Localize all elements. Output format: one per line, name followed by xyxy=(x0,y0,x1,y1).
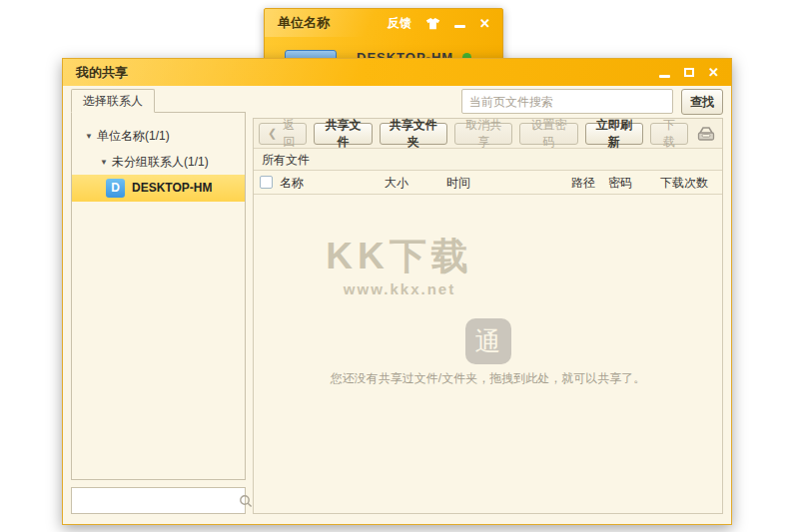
column-path[interactable]: 路径 xyxy=(571,171,595,195)
download-button[interactable]: 下载 xyxy=(650,123,688,145)
file-toolbar: ❮ 返回 共享文件 共享文件夹 取消共享 设置密码 立即刷新 下载 xyxy=(254,119,722,149)
file-list-drop-zone[interactable]: 通 您还没有共享过文件/文件夹，拖拽到此处，就可以共享了。 xyxy=(254,195,722,513)
feedback-link[interactable]: 反馈 xyxy=(388,15,411,32)
close-button[interactable]: ✕ xyxy=(708,66,719,79)
set-password-button[interactable]: 设置密码 xyxy=(519,123,577,145)
chevron-left-icon: ❮ xyxy=(268,128,277,139)
sidebar-search-box xyxy=(71,487,246,514)
tree-item-ungrouped[interactable]: ▼ 未分组联系人(1/1) xyxy=(72,149,245,175)
minimize-button[interactable] xyxy=(659,75,670,78)
tree-item-label: DESKTOP-HM xyxy=(132,175,212,202)
minimize-button[interactable] xyxy=(454,25,465,28)
window-title: 我的共享 xyxy=(63,64,128,82)
cancel-share-button[interactable]: 取消共享 xyxy=(454,123,512,145)
refresh-button[interactable]: 立即刷新 xyxy=(585,123,643,145)
tree-item-desktop-hm[interactable]: D DESKTOP-HM xyxy=(72,175,245,202)
close-button[interactable]: ✕ xyxy=(479,17,490,30)
empty-state-message: 您还没有共享过文件/文件夹，拖拽到此处，就可以共享了。 xyxy=(254,370,722,387)
tree-item-label: 未分组联系人(1/1) xyxy=(112,149,209,175)
contacts-sidebar: 选择联系人 ▼ 单位名称(1/1) ▼ 未分组联系人(1/1) D DESKTO… xyxy=(71,89,246,514)
share-file-button[interactable]: 共享文件 xyxy=(314,123,372,145)
background-window-title: 单位名称 xyxy=(265,14,330,32)
back-button[interactable]: ❮ 返回 xyxy=(259,123,307,145)
skin-tshirt-icon[interactable] xyxy=(425,17,440,30)
share-folder-button[interactable]: 共享文件夹 xyxy=(380,123,447,145)
column-time[interactable]: 时间 xyxy=(446,171,470,195)
expand-arrow-icon[interactable]: ▼ xyxy=(100,150,108,176)
file-search-row: 查找 xyxy=(253,89,723,115)
expand-arrow-icon[interactable]: ▼ xyxy=(85,124,93,150)
background-window-controls: 反馈 ✕ xyxy=(388,15,502,32)
sidebar-search-input[interactable] xyxy=(72,494,239,508)
window-controls: ✕ xyxy=(659,66,731,79)
contacts-tree: ▼ 单位名称(1/1) ▼ 未分组联系人(1/1) D DESKTOP-HM xyxy=(71,112,246,480)
column-downloads[interactable]: 下载次数 xyxy=(660,171,708,195)
back-label: 返回 xyxy=(280,117,298,151)
files-panel: 查找 ❮ 返回 共享文件 共享文件夹 取消共享 设置密码 立即刷新 下载 xyxy=(253,89,723,514)
my-share-window: 我的共享 ✕ 选择联系人 ▼ 单位名称(1/1) ▼ 未分组联系人(1/ xyxy=(62,58,732,525)
screenshot-stage: 单位名称 反馈 ✕ DESKTOP-HM 我的共享 xyxy=(0,0,799,532)
select-all-checkbox[interactable] xyxy=(260,176,273,189)
contact-avatar: D xyxy=(106,179,125,198)
file-search-input[interactable] xyxy=(461,89,673,114)
maximize-button[interactable] xyxy=(684,68,694,77)
my-share-titlebar[interactable]: 我的共享 ✕ xyxy=(63,59,731,86)
background-window-titlebar: 单位名称 反馈 ✕ xyxy=(265,9,502,37)
column-password[interactable]: 密码 xyxy=(608,171,632,195)
printer-icon[interactable] xyxy=(695,125,717,143)
search-icon xyxy=(239,494,253,508)
tree-item-unit[interactable]: ▼ 单位名称(1/1) xyxy=(72,123,245,149)
find-button[interactable]: 查找 xyxy=(681,89,723,115)
file-table-header: 名称 大小 时间 路径 密码 下载次数 xyxy=(254,171,722,195)
tree-item-label: 单位名称(1/1) xyxy=(97,123,170,149)
window-content: 选择联系人 ▼ 单位名称(1/1) ▼ 未分组联系人(1/1) D DESKTO… xyxy=(63,86,731,524)
app-logo-icon: 通 xyxy=(465,318,511,364)
file-list-container: ❮ 返回 共享文件 共享文件夹 取消共享 设置密码 立即刷新 下载 xyxy=(253,118,723,514)
column-size[interactable]: 大小 xyxy=(385,171,408,195)
all-files-section-label: 所有文件 xyxy=(254,149,722,171)
tab-select-contacts[interactable]: 选择联系人 xyxy=(71,89,155,113)
column-name[interactable]: 名称 xyxy=(280,171,304,195)
